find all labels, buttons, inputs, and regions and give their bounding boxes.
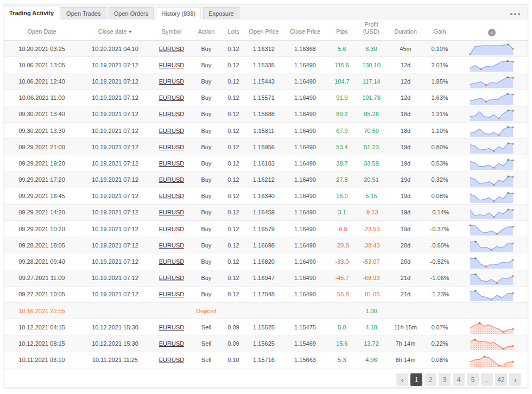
- symbol-link[interactable]: EURUSD: [159, 78, 184, 85]
- table-row: 10.12.2021 04:1510.12.2021 15:30EURUSDSe…: [4, 319, 528, 335]
- open-price-cell: 1.16698: [246, 242, 281, 249]
- page-button-2[interactable]: 2: [425, 373, 436, 386]
- column-header[interactable]: Close Price: [281, 28, 329, 40]
- column-header[interactable]: Close date: [79, 28, 151, 40]
- gain-cell: 0.32%: [423, 176, 456, 183]
- open-date-cell: 10.16.2021 22:55: [4, 308, 79, 314]
- column-header[interactable]: Pips: [329, 28, 355, 40]
- column-header[interactable]: Gain: [423, 28, 456, 40]
- action-cell: Buy: [192, 111, 220, 117]
- column-header[interactable]: Profit(USD): [355, 21, 388, 40]
- lots-cell: 0.12: [220, 226, 246, 232]
- duration-cell: 19d: [388, 193, 423, 199]
- duration-cell: 18d: [388, 111, 423, 117]
- column-header[interactable]: Duration: [388, 28, 423, 40]
- page-button-3[interactable]: 3: [439, 373, 451, 386]
- open-date-cell: 09.29.2021 10:20: [4, 226, 79, 232]
- sparkline-cell: [456, 155, 528, 171]
- column-header[interactable]: Open Price: [246, 28, 281, 40]
- profit-cell: 5.15: [355, 193, 388, 199]
- action-cell: Buy: [192, 275, 220, 281]
- action-cell: Buy: [192, 128, 220, 134]
- gain-cell: 0.07%: [423, 324, 456, 331]
- gain-cell: -0.37%: [423, 226, 456, 232]
- gain-cell: 2.01%: [423, 62, 456, 68]
- action-cell: Buy: [192, 291, 220, 297]
- page-prev-button[interactable]: ‹: [396, 373, 408, 386]
- sparkline-cell: [456, 57, 528, 73]
- symbol-link[interactable]: EURUSD: [159, 209, 184, 215]
- pips-cell: -55.8: [329, 291, 355, 297]
- symbol-link[interactable]: EURUSD: [159, 128, 184, 134]
- symbol-cell: EURUSD: [151, 357, 192, 363]
- symbol-link[interactable]: EURUSD: [159, 324, 184, 331]
- deposit-row: 10.16.2021 22:55Deposit1.00: [4, 303, 528, 319]
- page-button-4[interactable]: 4: [453, 373, 465, 386]
- sparkline-cell: [456, 270, 528, 286]
- symbol-link[interactable]: EURUSD: [159, 62, 184, 68]
- symbol-cell: EURUSD: [151, 94, 192, 101]
- close-date-cell: 10.19.2021 07:12: [79, 242, 151, 249]
- tab-trading-activity[interactable]: Trading Activity: [4, 7, 59, 20]
- profit-cell: 51.23: [355, 144, 388, 150]
- symbol-link[interactable]: EURUSD: [159, 226, 184, 232]
- open-price-cell: 1.15688: [246, 111, 281, 117]
- sparkline-cell: [456, 41, 528, 56]
- symbol-link[interactable]: EURUSD: [159, 340, 184, 347]
- symbol-link[interactable]: EURUSD: [159, 258, 184, 265]
- symbol-link[interactable]: EURUSD: [159, 94, 184, 101]
- table-body: 10.20.2021 03:2510.20.2021 04:10EURUSDBu…: [4, 41, 528, 368]
- lots-cell: 0.12: [220, 160, 246, 167]
- symbol-cell: EURUSD: [151, 209, 192, 215]
- open-date-cell: 10.06.2021 12:40: [4, 78, 79, 85]
- column-header[interactable]: Open Date: [4, 28, 79, 40]
- column-header[interactable]: Lots: [220, 28, 246, 40]
- sparkline-cell: [456, 352, 528, 368]
- sparkline-cell: [456, 106, 528, 122]
- table-row: 09.28.2021 18:0510.19.2021 07:12EURUSDBu…: [4, 237, 528, 253]
- gain-cell: 0.08%: [423, 357, 456, 363]
- page-button-..[interactable]: ..: [481, 373, 493, 386]
- tab-exposure[interactable]: Exposure: [203, 7, 239, 20]
- column-header[interactable]: Action: [192, 28, 220, 40]
- gain-cell: -1.06%: [423, 275, 456, 281]
- symbol-cell: EURUSD: [151, 144, 192, 150]
- symbol-link[interactable]: EURUSD: [159, 111, 184, 117]
- tab-open-trades[interactable]: Open Trades: [61, 7, 106, 20]
- page-button-1[interactable]: 1: [410, 373, 422, 386]
- page-next-button[interactable]: ›: [509, 373, 521, 386]
- symbol-cell: EURUSD: [151, 46, 192, 52]
- symbol-link[interactable]: EURUSD: [159, 291, 184, 297]
- duration-cell: 7h 14m: [388, 340, 423, 347]
- action-cell: Sell: [192, 324, 220, 331]
- profit-cell: -9.13: [355, 209, 388, 215]
- symbol-link[interactable]: EURUSD: [159, 46, 184, 52]
- symbol-link[interactable]: EURUSD: [159, 193, 184, 199]
- column-header[interactable]: Symbol: [151, 28, 192, 40]
- ellipsis-menu-icon[interactable]: [510, 13, 520, 15]
- tab-open-orders[interactable]: Open Orders: [109, 7, 154, 20]
- symbol-link[interactable]: EURUSD: [159, 275, 184, 281]
- pips-cell: 15.0: [329, 193, 355, 199]
- open-price-cell: 1.15335: [246, 62, 281, 68]
- symbol-link[interactable]: EURUSD: [159, 357, 184, 363]
- tab-history-838[interactable]: History (838): [156, 7, 201, 20]
- page-button-5[interactable]: 5: [467, 373, 479, 386]
- symbol-link[interactable]: EURUSD: [159, 160, 184, 167]
- action-cell: Buy: [192, 176, 220, 183]
- symbol-link[interactable]: EURUSD: [159, 176, 184, 183]
- gain-cell: 0.08%: [423, 193, 456, 199]
- open-date-cell: 10.06.2021 11:00: [4, 94, 79, 101]
- symbol-cell: EURUSD: [151, 128, 192, 134]
- duration-cell: 11h 15m: [388, 324, 423, 331]
- tab-bar: Trading ActivityOpen TradesOpen OrdersHi…: [4, 4, 528, 20]
- open-date-cell: 09.27.2021 10:05: [4, 291, 79, 297]
- pips-cell: 27.8: [329, 176, 355, 183]
- page-button-42[interactable]: 42: [495, 373, 507, 386]
- close-date-cell: 10.19.2021 07:12: [79, 78, 151, 85]
- table-row: 10.06.2021 13:0510.19.2021 07:12EURUSDBu…: [4, 57, 528, 73]
- symbol-link[interactable]: EURUSD: [159, 242, 184, 249]
- info-icon[interactable]: i: [488, 29, 496, 36]
- close-date-cell: 10.12.2021 15:30: [79, 324, 151, 331]
- symbol-link[interactable]: EURUSD: [159, 144, 184, 150]
